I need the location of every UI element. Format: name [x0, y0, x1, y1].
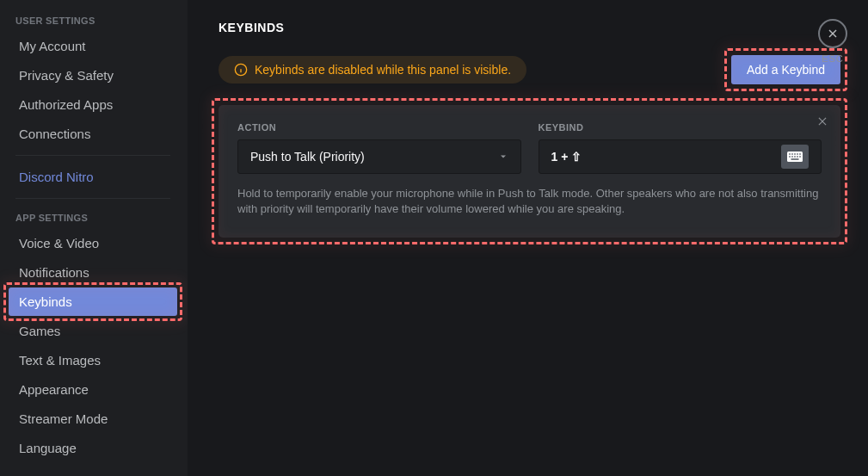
keybinds-disabled-notice: Keybinds are disabled while this panel i… — [219, 56, 526, 83]
sidebar-header-user: USER SETTINGS — [5, 9, 181, 31]
keybind-value: 1 + ⇧ — [551, 150, 582, 164]
remove-keybind-button[interactable] — [816, 115, 828, 130]
svg-rect-16 — [791, 158, 799, 160]
esc-label: ESC — [818, 53, 847, 64]
sidebar-item-keybinds[interactable]: Keybinds — [9, 287, 177, 316]
record-keybind-button[interactable] — [781, 145, 809, 169]
action-select-value: Push to Talk (Priority) — [250, 150, 365, 164]
close-icon — [826, 27, 840, 40]
sidebar-item-notifications[interactable]: Notifications — [9, 258, 177, 287]
keyboard-icon — [787, 151, 803, 162]
sidebar-item-discord-nitro[interactable]: Discord Nitro — [9, 163, 177, 191]
svg-rect-10 — [799, 153, 801, 155]
sidebar-item-connections[interactable]: Connections — [9, 120, 177, 148]
info-icon — [234, 63, 248, 77]
chevron-down-icon — [498, 151, 508, 162]
close-icon — [816, 115, 828, 127]
sidebar-item-games[interactable]: Games — [9, 317, 177, 345]
keybind-label: KEYBIND — [539, 122, 822, 133]
keybind-card: ACTION Push to Talk (Priority) KEYBIND 1… — [219, 105, 840, 238]
sidebar-item-authorized-apps[interactable]: Authorized Apps — [9, 90, 177, 119]
sidebar-item-streamer-mode[interactable]: Streamer Mode — [9, 405, 177, 433]
sidebar-item-voice-video[interactable]: Voice & Video — [9, 229, 177, 257]
sidebar-header-app: APP SETTINGS — [5, 206, 181, 228]
svg-rect-7 — [791, 153, 793, 155]
action-select[interactable]: Push to Talk (Priority) — [237, 139, 521, 174]
keybind-input[interactable]: 1 + ⇧ — [539, 139, 822, 174]
close-settings: ESC — [818, 19, 847, 64]
svg-rect-6 — [789, 153, 791, 155]
page-title: KEYBINDS — [219, 21, 840, 34]
svg-rect-15 — [799, 156, 801, 158]
svg-rect-14 — [797, 156, 798, 158]
sidebar-item-appearance[interactable]: Appearance — [9, 375, 177, 404]
sidebar-item-my-account[interactable]: My Account — [9, 32, 177, 60]
sidebar-divider — [15, 198, 170, 199]
svg-rect-11 — [789, 156, 791, 158]
sidebar-item-language[interactable]: Language — [9, 434, 177, 462]
keybind-description: Hold to temporarily enable your micropho… — [237, 186, 822, 217]
sidebar-item-text-images[interactable]: Text & Images — [9, 346, 177, 374]
close-settings-button[interactable] — [818, 19, 847, 48]
action-label: ACTION — [237, 122, 521, 133]
main: KEYBINDS Keybinds are disabled while thi… — [188, 0, 868, 476]
sidebar-item-privacy-safety[interactable]: Privacy & Safety — [9, 61, 177, 90]
svg-rect-12 — [791, 156, 793, 158]
notice-text: Keybinds are disabled while this panel i… — [255, 63, 511, 77]
sidebar: USER SETTINGS My Account Privacy & Safet… — [0, 0, 188, 476]
sidebar-divider — [15, 155, 170, 156]
svg-rect-8 — [794, 153, 796, 155]
svg-rect-13 — [794, 156, 796, 158]
svg-rect-9 — [797, 153, 798, 155]
